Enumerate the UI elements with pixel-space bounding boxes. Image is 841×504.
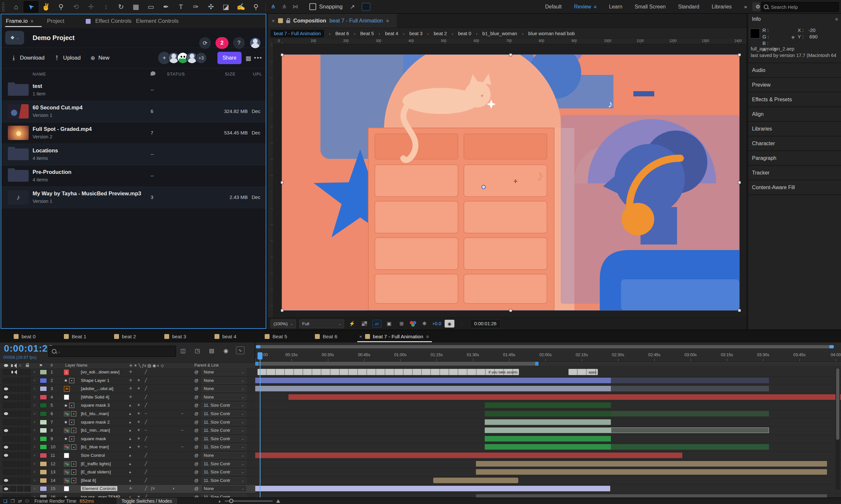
grid-guides-icon[interactable]: ⊞ <box>397 320 406 327</box>
timeline-ruler[interactable]: 0:0000:15s00:30s00:45s01:00s01:15s01:30s… <box>255 352 841 362</box>
layer-name[interactable]: square mask <box>81 436 106 441</box>
switch-dash2-icon[interactable]: – <box>181 428 184 432</box>
zoom-out-icon[interactable]: ▲ <box>218 499 221 503</box>
solo-toggle[interactable] <box>17 394 23 400</box>
scrollbar-thumb[interactable] <box>836 368 839 440</box>
tab-element-controls[interactable]: Element Controls <box>136 18 178 24</box>
pick-whip-icon[interactable]: @ <box>194 453 199 458</box>
layer-row-8[interactable]: ›8●[b1_min...man]▴☀––@11. Size Contr⌄ <box>0 427 255 435</box>
solo-toggle[interactable] <box>17 444 23 450</box>
workspace-small-screen[interactable]: Small Screen <box>635 4 666 10</box>
selection-handle[interactable] <box>281 181 284 184</box>
exposure-icon[interactable]: ✻ <box>420 320 429 327</box>
layer-duration-bar[interactable] <box>611 428 769 433</box>
toolbar-drag-handle[interactable] <box>1 1 6 12</box>
zoom-in-icon[interactable]: ⛰ <box>276 498 280 504</box>
switch-sun-icon[interactable]: ☀ <box>137 378 140 382</box>
column-uploaded[interactable]: UPL <box>253 72 266 76</box>
video-toggle[interactable] <box>3 453 9 458</box>
motion-blur-icon[interactable]: ◉ <box>222 346 230 355</box>
panel-tab-paragraph[interactable]: Paragraph <box>748 151 841 166</box>
type-tool[interactable]: T <box>173 1 188 13</box>
audio-toggle[interactable] <box>10 436 16 442</box>
audio-toggle[interactable] <box>10 478 16 484</box>
solo-toggle[interactable] <box>17 419 23 425</box>
parent-dropdown[interactable]: 11. Size Contr⌄ <box>202 436 246 442</box>
breadcrumb-item[interactable]: Beat 5 <box>360 31 374 36</box>
parent-dropdown[interactable]: None⌄ <box>202 452 246 458</box>
layer-name[interactable]: [b1_min...man] <box>81 428 110 433</box>
workspace-overflow-icon[interactable]: » <box>744 4 747 10</box>
layer-duration-bar[interactable] <box>476 461 827 467</box>
solo-toggle[interactable] <box>17 428 23 433</box>
panel-tab-effects-presets[interactable]: Effects & Presets <box>748 92 841 107</box>
switch-sun-icon[interactable]: ☀ <box>137 428 140 432</box>
parent-link-header[interactable]: Parent & Link <box>194 363 219 367</box>
layer-row-13[interactable]: ›13●[E_dual sliders]▴╱@11. Size Contr⌄ <box>0 468 255 476</box>
switch-slash-icon[interactable]: ╱ <box>145 486 147 491</box>
tab-composition[interactable]: × Composition beat 7 - Full Animation ≡ <box>268 14 397 28</box>
playhead-line[interactable] <box>260 356 260 498</box>
help-button[interactable]: ? <box>233 37 245 49</box>
layer-name[interactable]: [E_dual sliders] <box>81 469 111 474</box>
parent-dropdown[interactable]: None⌄ <box>202 377 246 383</box>
panel-tab-preview[interactable]: Preview <box>748 78 841 92</box>
breadcrumb-item[interactable]: beat 3 <box>409 31 423 36</box>
expand-chevron-icon[interactable]: › <box>34 445 35 449</box>
comp-tab-beat-0[interactable]: beat 0 <box>14 330 36 343</box>
selection-tool[interactable]: ➤ <box>23 1 38 13</box>
expand-chevron-icon[interactable]: › <box>34 436 35 441</box>
panel-tab-align[interactable]: Align <box>748 107 841 122</box>
playhead-handle[interactable] <box>258 352 262 359</box>
breadcrumb-item[interactable]: b1_blue_woman <box>482 31 517 36</box>
layer-track-5[interactable] <box>255 401 841 410</box>
audio-toggle[interactable] <box>10 461 16 467</box>
brush-tool[interactable]: ✑ <box>188 1 203 13</box>
parent-dropdown[interactable]: 11. Size Contr⌄ <box>202 419 246 425</box>
switch-anchor-icon[interactable]: ✛ <box>129 370 132 374</box>
layer-name[interactable]: [vo_edi...down.wav] <box>81 370 120 374</box>
pick-whip-icon[interactable]: @ <box>194 403 199 408</box>
switch-collapse-icon[interactable]: ▴ <box>129 403 131 407</box>
lock-toggle[interactable] <box>24 419 31 425</box>
expand-chevron-icon[interactable]: › <box>34 469 35 474</box>
video-toggle[interactable] <box>3 428 9 433</box>
snapping-checkbox[interactable] <box>309 3 316 10</box>
timeline-search-field[interactable]: ⌄ <box>48 346 176 357</box>
toggle-switches-modes-button[interactable]: Toggle Switches / Modes <box>117 498 177 504</box>
pan-camera-tool[interactable]: ✛ <box>83 1 99 13</box>
lock-toggle[interactable] <box>24 469 31 475</box>
switch-collapse-icon[interactable]: ▴ <box>129 461 131 466</box>
graph-editor-icon[interactable]: ∿ <box>236 346 244 354</box>
layer-duration-bar[interactable] <box>289 394 841 400</box>
layer-label-color[interactable] <box>40 469 47 475</box>
zoom-tool[interactable]: ⚲ <box>53 1 68 13</box>
selection-handle[interactable] <box>281 309 284 312</box>
solo-toggle[interactable] <box>17 369 23 375</box>
pick-whip-icon[interactable]: @ <box>194 469 199 474</box>
parent-dropdown[interactable]: None⌄ <box>202 485 246 492</box>
refresh-button[interactable]: ⟳ <box>199 37 211 49</box>
breadcrumb-current[interactable]: beat 7 - Full Animation <box>271 30 324 37</box>
layer-track-6[interactable] <box>255 410 841 418</box>
layer-name[interactable]: Shape Layer 1 <box>81 378 109 383</box>
switch-sun-icon[interactable]: ☀ <box>137 403 140 407</box>
panel-menu-icon[interactable]: ≡ <box>31 19 33 24</box>
parent-dropdown[interactable]: 11. Size Contr⌄ <box>202 411 246 417</box>
upload-button[interactable]: ⭱Upload <box>54 55 81 61</box>
layer-track-2[interactable] <box>255 377 841 385</box>
current-timecode[interactable]: 0:00:01:26 <box>4 343 53 354</box>
layer-duration-bar[interactable] <box>255 486 610 491</box>
comp-tab-beat-4[interactable]: beat 4 <box>214 330 236 343</box>
puppet-pin-tool[interactable]: ⚲ <box>248 1 263 13</box>
parent-dropdown[interactable]: None⌄ <box>202 369 246 375</box>
switch-collapse-icon[interactable]: ▴ <box>129 469 131 474</box>
expand-chevron-icon[interactable]: › <box>34 478 35 483</box>
selection-handle[interactable] <box>738 181 741 184</box>
panel-menu-icon[interactable]: ≡ <box>426 334 429 339</box>
expand-chevron-icon[interactable]: › <box>34 420 35 424</box>
expand-chevron-icon[interactable]: › <box>34 386 35 391</box>
pick-whip-icon[interactable]: @ <box>194 370 199 374</box>
layer-name[interactable]: square mask 3 <box>81 403 110 408</box>
layer-row-2[interactable]: ›2★●Shape Layer 1✛☀╱@None⌄ <box>0 377 255 385</box>
